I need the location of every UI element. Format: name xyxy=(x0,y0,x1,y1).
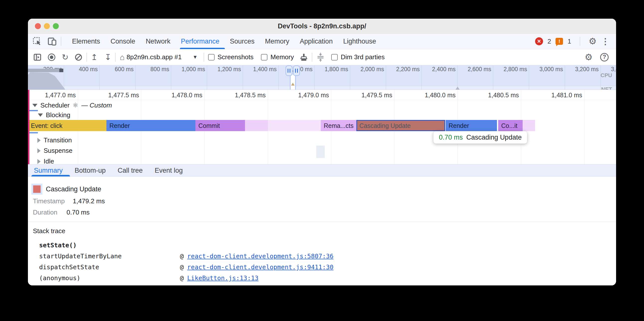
stack-frame-source-link[interactable]: react-dom-client.development.js:9411:30 xyxy=(187,264,334,271)
flame-chart-tracks[interactable]: Scheduler ⚛ — Custom Blocking Event: cli… xyxy=(28,100,616,164)
flame-event-bar[interactable]: Cascading Update xyxy=(356,120,445,131)
panel-tab[interactable]: Network xyxy=(140,34,176,49)
save-profile-icon[interactable]: ↧ xyxy=(105,53,112,61)
divider xyxy=(86,53,87,62)
screenshots-label: Screenshots xyxy=(218,53,254,61)
selection-right-handle[interactable] xyxy=(293,65,300,76)
chevron-down-icon: ▼ xyxy=(193,54,198,60)
ruler-tick-label: 1,477.5 ms xyxy=(108,92,141,99)
live-metrics-home-icon[interactable]: ⌂ xyxy=(120,53,124,61)
panel-tab[interactable]: Memory xyxy=(260,34,294,49)
clear-icon[interactable] xyxy=(74,53,82,61)
performance-toolbar: ↻ ↥ ↧ ⌂ 8p2n9n.csb.app #1 ▼ Screenshots … xyxy=(28,49,616,65)
dim-3rd-parties-checkbox-row[interactable]: Dim 3rd parties xyxy=(331,53,384,61)
overview-tick-label: 800 ms xyxy=(150,66,171,73)
lane-label: Suspense xyxy=(44,147,72,155)
bottom-tab[interactable]: Event log xyxy=(155,164,183,176)
capture-settings-gear-icon[interactable]: ⚙ xyxy=(585,53,593,62)
panel-tab[interactable]: Application xyxy=(294,34,338,49)
record-button[interactable] xyxy=(48,53,55,61)
gridline xyxy=(278,65,279,90)
gridline xyxy=(493,65,493,90)
flame-event-bar[interactable]: Render xyxy=(106,120,196,131)
collect-garbage-icon[interactable] xyxy=(300,53,308,61)
timestamp-value: 1,479.2 ms xyxy=(73,197,105,205)
console-errors-icon[interactable]: ✕ xyxy=(535,37,543,45)
zoom-selection-band[interactable] xyxy=(290,75,296,90)
flame-event-bar[interactable]: Event: click xyxy=(28,120,106,131)
detail-time-ruler[interactable]: 1,477.0 ms1,477.5 ms1,478.0 ms1,478.5 ms… xyxy=(28,90,616,100)
bottom-tab[interactable]: Bottom-up xyxy=(75,164,106,176)
event-color-swatch xyxy=(32,184,42,195)
collapsed-lane-row[interactable]: Transition xyxy=(38,136,72,144)
overview-tick-label: 1,200 ms xyxy=(217,66,243,73)
flame-event-bar[interactable]: Render xyxy=(446,120,497,131)
help-icon[interactable]: ? xyxy=(600,53,608,61)
overview-tick-label: 400 ms xyxy=(79,66,100,73)
panel-tab[interactable]: Elements xyxy=(67,34,106,49)
tooltip-duration: 0.70 ms xyxy=(439,134,463,141)
bottom-tab[interactable]: Call tree xyxy=(118,164,143,176)
more-options-icon[interactable]: ⋮ xyxy=(601,36,610,46)
triangle-right-icon[interactable] xyxy=(38,138,40,143)
gridline xyxy=(171,65,171,90)
overview-tick-label: 1,400 ms xyxy=(253,66,278,73)
gridline xyxy=(64,65,64,90)
triangle-right-icon[interactable] xyxy=(38,159,40,164)
flame-event-bar[interactable] xyxy=(268,120,321,131)
reload-and-record-icon[interactable]: ↻ xyxy=(62,53,68,61)
stack-frame-at: @ xyxy=(180,275,184,282)
flame-event-bar[interactable]: Co...it xyxy=(498,120,523,131)
flame-event-bar[interactable]: Commit xyxy=(196,120,245,131)
panel-tab[interactable]: Sources xyxy=(224,34,260,49)
flame-bar-row[interactable]: Event: clickRenderCommitRema...ctsCascad… xyxy=(28,120,616,131)
blocking-lane-header[interactable]: Blocking xyxy=(38,111,70,119)
inspect-element-icon[interactable] xyxy=(33,37,41,45)
flame-event-bar[interactable] xyxy=(245,120,268,131)
panel-tab[interactable]: Lighthouse xyxy=(338,34,381,49)
track-highlight-bar xyxy=(28,90,30,164)
stack-frame-source-link[interactable]: LikeButton.js:13:13 xyxy=(187,275,258,282)
memory-checkbox-row[interactable]: Memory xyxy=(261,53,294,61)
panel-tab[interactable]: Console xyxy=(106,34,140,49)
stack-frame-function: startUpdateTimerByLane xyxy=(39,253,180,260)
gridline xyxy=(386,65,386,90)
bottom-tab-strip: SummaryBottom-upCall treeEvent log xyxy=(28,164,616,177)
settings-gear-icon[interactable]: ⚙ xyxy=(589,37,597,46)
screenshots-checkbox[interactable] xyxy=(208,54,214,60)
memory-checkbox[interactable] xyxy=(261,54,268,60)
collapse-sections-icon[interactable] xyxy=(316,52,325,62)
timeline-overview[interactable]: 200 ms400 ms600 ms800 ms1,000 ms1,200 ms… xyxy=(28,65,616,90)
blocking-lane-label: Blocking xyxy=(46,111,70,119)
dim-3rd-parties-checkbox[interactable] xyxy=(331,54,338,60)
toggle-sidebar-icon[interactable] xyxy=(34,53,41,61)
profile-select[interactable]: 8p2n9n.csb.app #1 ▼ xyxy=(126,53,198,61)
flame-event-bar[interactable] xyxy=(523,120,535,131)
device-toolbar-icon[interactable] xyxy=(48,37,57,45)
scheduler-track-header[interactable]: Scheduler ⚛ — Custom xyxy=(32,102,112,109)
screenshots-checkbox-row[interactable]: Screenshots xyxy=(208,53,254,61)
overview-tick-label: 3,200 ms xyxy=(575,66,600,73)
overview-tick-label: 2,200 ms xyxy=(396,66,422,73)
divider xyxy=(115,53,116,62)
gridline xyxy=(314,65,314,90)
stack-frame-source-link[interactable]: react-dom-client.development.js:5807:36 xyxy=(187,253,334,260)
network-request-bar xyxy=(28,69,63,72)
flame-event-bar[interactable]: Rema...cts xyxy=(321,120,356,131)
triangle-down-icon[interactable] xyxy=(32,104,38,107)
console-warnings-icon[interactable]: ! xyxy=(556,38,563,45)
stack-frame-at: @ xyxy=(180,253,184,260)
triangle-down-icon[interactable] xyxy=(38,114,43,117)
active-tab-indicator xyxy=(180,48,225,49)
divider xyxy=(312,53,312,62)
stack-frame-row: (anonymous) @ LikeButton.js:13:13 xyxy=(39,273,258,283)
load-profile-icon[interactable]: ↥ xyxy=(91,53,98,61)
stack-frame-row: dispatchSetState @ react-dom-client.deve… xyxy=(39,262,334,273)
collapsed-lane-row[interactable]: Suspense xyxy=(38,147,72,155)
overview-tick-label: 3,000 ms xyxy=(539,66,565,73)
bottom-tab[interactable]: Summary xyxy=(34,164,63,176)
selection-left-handle[interactable] xyxy=(286,65,292,76)
panel-tab[interactable]: Performance xyxy=(176,34,225,49)
triangle-right-icon[interactable] xyxy=(38,148,40,153)
lane-label: Transition xyxy=(44,136,72,144)
